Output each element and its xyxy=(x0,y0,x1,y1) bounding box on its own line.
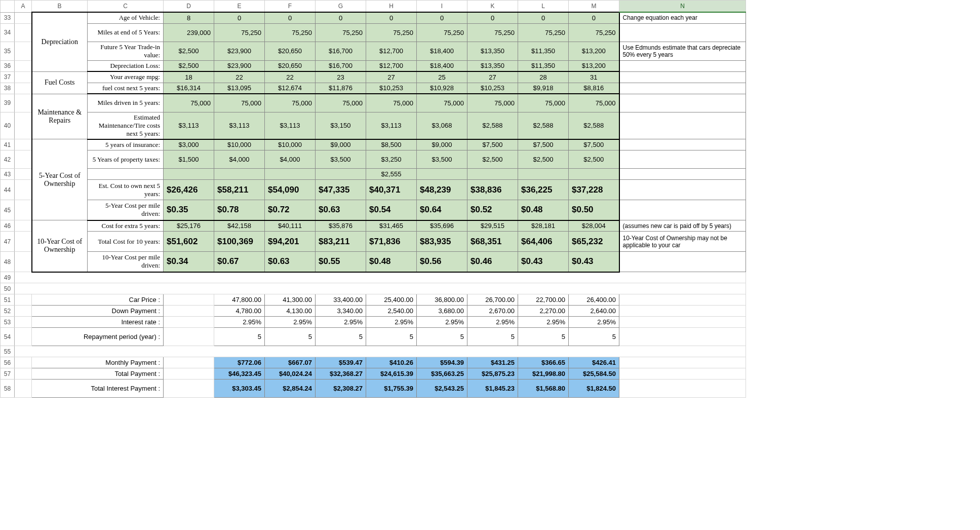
row-55[interactable]: 55 xyxy=(1,346,15,357)
cell[interactable]: $47,335 xyxy=(316,180,366,200)
cell[interactable]: 75,250 xyxy=(366,23,417,42)
cell[interactable]: 75,250 xyxy=(467,23,518,42)
cell[interactable]: 0 xyxy=(366,12,417,23)
row-38[interactable]: 38 xyxy=(1,83,15,94)
cell[interactable]: $0.55 xyxy=(316,252,366,272)
cell[interactable]: $18,400 xyxy=(417,42,467,60)
row-46[interactable]: 46 xyxy=(1,220,15,232)
cell[interactable]: 0 xyxy=(417,12,467,23)
cell[interactable] xyxy=(316,169,366,180)
cell[interactable]: $13,200 xyxy=(569,60,619,71)
row-41[interactable]: 41 xyxy=(1,139,15,150)
cell[interactable]: 75,250 xyxy=(417,23,467,42)
row-44[interactable]: 44 xyxy=(1,180,15,200)
cell[interactable]: 2,270.00 xyxy=(518,306,569,317)
cell[interactable]: $0.54 xyxy=(366,200,417,220)
cell[interactable]: 27 xyxy=(467,71,518,83)
cell[interactable]: $35,663.25 xyxy=(417,368,467,380)
col-M[interactable]: M xyxy=(569,1,619,13)
cell[interactable]: $0.48 xyxy=(366,252,417,272)
cell[interactable]: 75,250 xyxy=(316,23,366,42)
cell[interactable]: $83,935 xyxy=(417,232,467,252)
cell[interactable]: $3,250 xyxy=(366,150,417,169)
cell[interactable]: $0.63 xyxy=(316,200,366,220)
cell[interactable]: $0.64 xyxy=(417,200,467,220)
cell[interactable]: 4,780.00 xyxy=(214,306,265,317)
cell[interactable]: 5 xyxy=(265,328,316,346)
cell[interactable]: 75,000 xyxy=(518,94,569,112)
cell[interactable]: 0 xyxy=(214,12,265,23)
cell[interactable]: $11,350 xyxy=(518,60,569,71)
cell[interactable]: $0.56 xyxy=(417,252,467,272)
row-40[interactable]: 40 xyxy=(1,112,15,139)
cell[interactable]: $35,696 xyxy=(417,220,467,232)
cell[interactable]: $4,000 xyxy=(214,150,265,169)
cell[interactable]: 25,400.00 xyxy=(366,294,417,306)
cell[interactable]: $11,350 xyxy=(518,42,569,60)
cell[interactable]: $58,211 xyxy=(214,180,265,200)
cell[interactable]: 8 xyxy=(164,12,214,23)
cell[interactable]: $9,918 xyxy=(518,83,569,94)
cell[interactable]: $71,836 xyxy=(366,232,417,252)
cell[interactable]: 22,700.00 xyxy=(518,294,569,306)
cell[interactable]: 27 xyxy=(366,71,417,83)
cell[interactable]: 0 xyxy=(265,12,316,23)
cell[interactable]: $42,158 xyxy=(214,220,265,232)
cell[interactable]: $18,400 xyxy=(417,60,467,71)
cell[interactable]: $24,615.39 xyxy=(366,368,417,380)
cell[interactable]: $410.26 xyxy=(366,357,417,368)
cell[interactable]: 5 xyxy=(366,328,417,346)
cell[interactable]: $25,875.23 xyxy=(467,368,518,380)
cell[interactable] xyxy=(265,169,316,180)
cell[interactable]: $16,314 xyxy=(164,83,214,94)
cell[interactable]: $3,113 xyxy=(366,112,417,139)
cell[interactable]: $13,095 xyxy=(214,83,265,94)
cell[interactable]: 36,800.00 xyxy=(417,294,467,306)
cell[interactable]: $10,928 xyxy=(417,83,467,94)
cell[interactable]: $0.67 xyxy=(214,252,265,272)
col-C[interactable]: C xyxy=(88,1,164,13)
cell[interactable]: $426.41 xyxy=(569,357,619,368)
cell[interactable]: $16,700 xyxy=(316,42,366,60)
cell[interactable]: $7,500 xyxy=(569,139,619,150)
cell[interactable]: $25,584.50 xyxy=(569,368,619,380)
cell[interactable]: $0.48 xyxy=(518,200,569,220)
cell[interactable]: $20,650 xyxy=(265,42,316,60)
cell[interactable] xyxy=(619,83,746,94)
cell[interactable] xyxy=(619,200,746,220)
cell[interactable]: 75,000 xyxy=(214,94,265,112)
cell[interactable]: $10,000 xyxy=(214,139,265,150)
cell[interactable] xyxy=(619,112,746,139)
cell[interactable]: $2,854.24 xyxy=(265,380,316,398)
cell[interactable]: 5 xyxy=(518,328,569,346)
row-48[interactable]: 48 xyxy=(1,252,15,272)
cell[interactable]: $94,201 xyxy=(265,232,316,252)
cell[interactable]: $48,239 xyxy=(417,180,467,200)
cell[interactable]: 75,000 xyxy=(316,94,366,112)
cell[interactable]: 75,250 xyxy=(214,23,265,42)
cell[interactable]: 25 xyxy=(417,71,467,83)
cell[interactable]: 75,000 xyxy=(417,94,467,112)
cell[interactable]: $16,700 xyxy=(316,60,366,71)
cell[interactable] xyxy=(619,94,746,112)
cell[interactable]: $3,000 xyxy=(164,139,214,150)
cell[interactable]: $40,024.24 xyxy=(265,368,316,380)
cell[interactable]: 2.95% xyxy=(518,317,569,328)
cell[interactable] xyxy=(164,169,214,180)
cell[interactable]: $1,845.23 xyxy=(467,380,518,398)
cell[interactable]: $3,500 xyxy=(316,150,366,169)
row-35[interactable]: 35 xyxy=(1,42,15,60)
cell[interactable]: $13,200 xyxy=(569,42,619,60)
row-36[interactable]: 36 xyxy=(1,60,15,71)
cell[interactable]: 2,670.00 xyxy=(467,306,518,317)
cell[interactable]: 2.95% xyxy=(417,317,467,328)
cell[interactable]: $23,900 xyxy=(214,60,265,71)
cell[interactable]: 2,540.00 xyxy=(366,306,417,317)
col-D[interactable]: D xyxy=(164,1,214,13)
row-56[interactable]: 56 xyxy=(1,357,15,368)
cell[interactable]: $21,998.80 xyxy=(518,368,569,380)
cell[interactable]: 5 xyxy=(467,328,518,346)
cell[interactable]: $0.43 xyxy=(518,252,569,272)
cell[interactable]: 3,680.00 xyxy=(417,306,467,317)
col-K[interactable]: K xyxy=(467,1,518,13)
